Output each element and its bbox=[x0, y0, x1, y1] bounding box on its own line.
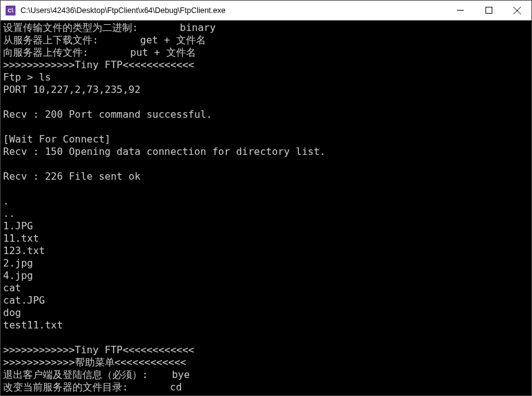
close-button[interactable] bbox=[503, 1, 531, 20]
minimize-button[interactable] bbox=[446, 1, 474, 20]
svg-rect-1 bbox=[485, 7, 492, 14]
console-output[interactable]: 设置传输文件的类型为二进制: binary 从服务器上下载文件: get + 文… bbox=[1, 20, 531, 395]
maximize-button[interactable] bbox=[474, 1, 503, 20]
app-window: C\ C:\Users\42436\Desktop\FtpClient\x64\… bbox=[0, 0, 532, 396]
minimize-icon bbox=[457, 7, 464, 14]
window-title: C:\Users\42436\Desktop\FtpClient\x64\Deb… bbox=[20, 6, 446, 15]
titlebar[interactable]: C\ C:\Users\42436\Desktop\FtpClient\x64\… bbox=[1, 1, 531, 20]
app-icon: C\ bbox=[6, 6, 16, 15]
close-icon bbox=[513, 7, 521, 14]
window-controls bbox=[446, 1, 531, 20]
maximize-icon bbox=[485, 7, 492, 14]
